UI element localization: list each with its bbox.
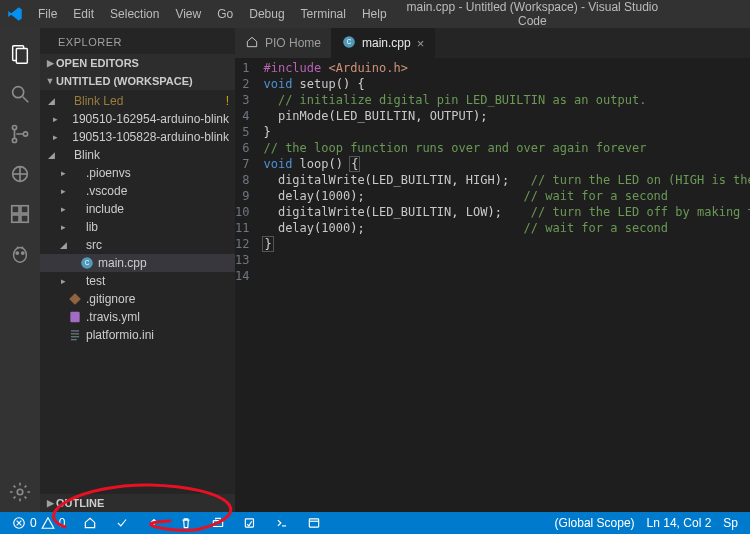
chevron-right-icon: ▶	[44, 58, 56, 68]
tree-item-label: .gitignore	[86, 292, 135, 306]
activity-extensions[interactable]	[0, 194, 40, 234]
activity-search[interactable]	[0, 74, 40, 114]
file-cpp-icon: C	[80, 256, 94, 270]
chevron-right-icon: ▸	[58, 204, 68, 214]
menu-item-edit[interactable]: Edit	[65, 0, 102, 28]
editor-tabs: PIO HomeCmain.cpp×	[235, 28, 750, 58]
svg-rect-1	[16, 49, 27, 64]
menu-item-go[interactable]: Go	[209, 0, 241, 28]
activity-scm[interactable]	[0, 114, 40, 154]
section-open-editors-label: OPEN EDITORS	[56, 57, 139, 69]
folder-item[interactable]: ▸include	[40, 200, 235, 218]
activity-explorer[interactable]	[0, 34, 40, 74]
file-item[interactable]: platformio.ini	[40, 326, 235, 344]
folder-icon	[59, 112, 68, 126]
vscode-logo-icon	[6, 5, 24, 23]
svg-rect-25	[71, 336, 79, 337]
menu-item-file[interactable]: File	[30, 0, 65, 28]
status-error-count: 0	[30, 516, 37, 530]
code-lines: #include <Arduino.h>void setup() { // in…	[259, 58, 750, 512]
svg-point-14	[14, 248, 27, 263]
file-item[interactable]: Cmain.cpp	[40, 254, 235, 272]
status-spaces[interactable]: Sp	[719, 516, 742, 530]
section-workspace[interactable]: ▼ UNTITLED (WORKSPACE)	[40, 72, 235, 90]
svg-point-16	[22, 252, 24, 254]
menu-item-selection[interactable]: Selection	[102, 0, 167, 28]
tree-item-label: main.cpp	[98, 256, 147, 270]
code-editor[interactable]: 1234567891011121314 #include <Arduino.h>…	[235, 58, 750, 512]
menu-item-help[interactable]: Help	[354, 0, 395, 28]
folder-item[interactable]: ▸.pioenvs	[40, 164, 235, 182]
pio-home-button[interactable]	[79, 516, 101, 530]
tree-item-label: lib	[86, 220, 98, 234]
chevron-right-icon: ▸	[58, 276, 68, 286]
folder-item[interactable]: ◢src	[40, 236, 235, 254]
svg-line-3	[23, 97, 29, 103]
pio-serial-button[interactable]	[207, 516, 229, 530]
folder-item[interactable]: ▸190510-162954-arduino-blink	[40, 110, 235, 128]
tree-item-label: Blink Led	[74, 94, 123, 108]
chevron-right-icon: ▸	[58, 168, 68, 178]
activity-settings[interactable]	[0, 472, 40, 512]
menu-item-terminal[interactable]: Terminal	[293, 0, 354, 28]
chevron-down-icon: ◢	[46, 150, 56, 160]
svg-rect-10	[12, 206, 19, 213]
svg-text:C: C	[85, 259, 90, 266]
chevron-right-icon: ▶	[44, 498, 56, 508]
tree-item-label: 190513-105828-arduino-blink	[72, 130, 229, 144]
status-bar: 0 0 (Global Scope) Ln 14, Col 2 Sp	[0, 512, 750, 534]
menu-item-debug[interactable]: Debug	[241, 0, 292, 28]
pio-new-terminal-button[interactable]	[303, 516, 325, 530]
file-item[interactable]: .travis.yml	[40, 308, 235, 326]
tab-main-cpp[interactable]: Cmain.cpp×	[332, 28, 435, 58]
sidebar-explorer: EXPLORER ▶ OPEN EDITORS ▼ UNTITLED (WORK…	[40, 28, 235, 512]
problems-badge-icon: !	[226, 94, 229, 108]
tree-item-label: platformio.ini	[86, 328, 154, 342]
svg-rect-24	[71, 333, 79, 334]
pio-toolbar	[73, 516, 325, 530]
folder-icon	[68, 166, 82, 180]
tree-item-label: .vscode	[86, 184, 127, 198]
menu-item-view[interactable]: View	[167, 0, 209, 28]
folder-item[interactable]: ▸190513-105828-arduino-blink	[40, 128, 235, 146]
home-icon	[245, 35, 259, 52]
window-title: main.cpp - Untitled (Workspace) - Visual…	[395, 0, 750, 28]
folder-item[interactable]: ▸lib	[40, 218, 235, 236]
pio-clean-button[interactable]	[175, 516, 197, 530]
pio-build-button[interactable]	[111, 516, 133, 530]
svg-point-19	[17, 489, 23, 495]
folder-icon	[68, 220, 82, 234]
folder-item[interactable]: ▸.vscode	[40, 182, 235, 200]
title-bar: FileEditSelectionViewGoDebugTerminalHelp…	[0, 0, 750, 28]
pio-terminal-button[interactable]	[271, 516, 293, 530]
file-item[interactable]: .gitignore	[40, 290, 235, 308]
tab-label: main.cpp	[362, 36, 411, 50]
folder-icon	[59, 130, 68, 144]
folder-item[interactable]: ◢Blink Led!	[40, 92, 235, 110]
close-icon[interactable]: ×	[417, 36, 425, 51]
folder-icon	[68, 202, 82, 216]
pio-run-task-button[interactable]	[239, 516, 261, 530]
tab-pio-home[interactable]: PIO Home	[235, 28, 332, 58]
line-gutter: 1234567891011121314	[235, 58, 259, 512]
file-ini-icon	[68, 328, 82, 342]
folder-icon	[68, 184, 82, 198]
status-problems[interactable]: 0 0	[8, 516, 69, 530]
svg-rect-23	[71, 330, 79, 331]
folder-item[interactable]: ▸test	[40, 272, 235, 290]
folder-item[interactable]: ◢Blink	[40, 146, 235, 164]
section-open-editors[interactable]: ▶ OPEN EDITORS	[40, 54, 235, 72]
tree-item-label: test	[86, 274, 105, 288]
status-scope[interactable]: (Global Scope)	[551, 516, 639, 530]
svg-rect-22	[70, 312, 79, 323]
chevron-down-icon: ◢	[46, 96, 56, 106]
status-cursor[interactable]: Ln 14, Col 2	[643, 516, 716, 530]
activity-debug[interactable]	[0, 154, 40, 194]
pio-upload-button[interactable]	[143, 516, 165, 530]
svg-point-5	[12, 138, 16, 142]
svg-rect-26	[71, 339, 77, 340]
folder-icon	[56, 94, 70, 108]
activity-platformio[interactable]	[0, 234, 40, 274]
svg-line-18	[22, 247, 23, 249]
section-outline[interactable]: ▶ OUTLINE	[40, 494, 235, 512]
